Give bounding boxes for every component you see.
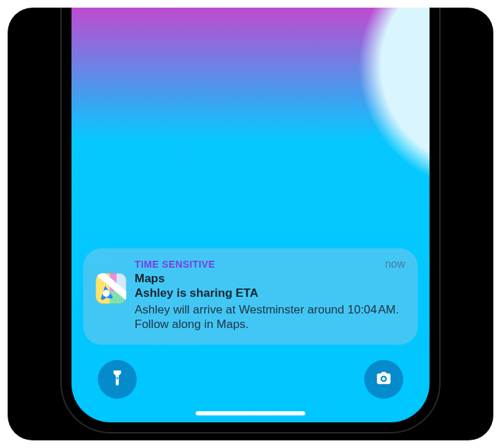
image-card: TIME SENSITIVE now Maps Ashley is sharin… xyxy=(8,8,493,440)
camera-button[interactable] xyxy=(364,360,403,399)
flashlight-icon xyxy=(108,369,126,390)
notification-app-icon-wrap xyxy=(96,258,126,332)
notification-card[interactable]: TIME SENSITIVE now Maps Ashley is sharin… xyxy=(83,248,418,345)
lock-screen-actions xyxy=(71,360,430,399)
notification-timestamp: now xyxy=(385,258,405,270)
notification-title: Ashley is sharing ETA xyxy=(135,286,405,300)
home-indicator[interactable] xyxy=(196,411,305,415)
lock-screen[interactable]: TIME SENSITIVE now Maps Ashley is sharin… xyxy=(71,8,430,422)
maps-app-icon xyxy=(96,273,126,304)
notification-message: Ashley will arrive at Westminster around… xyxy=(135,302,405,333)
flashlight-button[interactable] xyxy=(98,360,137,399)
phone-frame: TIME SENSITIVE now Maps Ashley is sharin… xyxy=(62,8,439,432)
notification-app-name: Maps xyxy=(135,272,405,286)
notification-body: TIME SENSITIVE now Maps Ashley is sharin… xyxy=(135,258,405,332)
time-sensitive-badge: TIME SENSITIVE xyxy=(135,259,215,270)
notification-header: TIME SENSITIVE now xyxy=(135,258,405,270)
camera-icon xyxy=(375,369,393,390)
